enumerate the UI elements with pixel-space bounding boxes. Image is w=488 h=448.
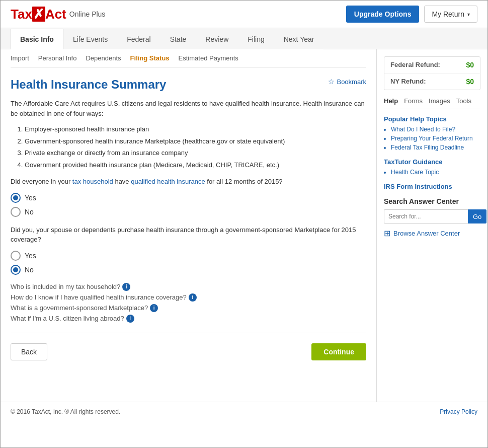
logo: Tax✗Act Online Plus <box>11 7 105 22</box>
footer: © 2016 TaxAct, Inc. ® All rights reserve… <box>1 402 487 421</box>
sidebar: Federal Refund: $0 NY Refund: $0 Help Fo… <box>377 49 487 402</box>
q2-no-radio[interactable] <box>11 265 21 275</box>
help-tab-forms[interactable]: Forms <box>404 97 423 105</box>
q1-yes-label: Yes <box>25 194 36 202</box>
faq-label-3: What is a government-sponsored Marketpla… <box>11 304 148 312</box>
ny-refund-row: NY Refund: $0 <box>384 73 480 90</box>
ny-refund-value: $0 <box>466 78 474 86</box>
taxtutor-list: Health Care Topic <box>391 169 480 176</box>
tab-federal[interactable]: Federal <box>117 29 160 49</box>
taxtutor-title: TaxTutor Guidance <box>384 158 480 166</box>
divider <box>11 333 366 333</box>
ways-list: Employer-sponsored health insurance plan… <box>25 124 366 170</box>
q1-radio-group: Yes No <box>11 193 366 217</box>
help-tab-images[interactable]: Images <box>429 97 450 105</box>
refund-box: Federal Refund: $0 NY Refund: $0 <box>384 56 480 90</box>
federal-refund-value: $0 <box>466 61 474 69</box>
list-item: Employer-sponsored health insurance plan <box>25 124 366 134</box>
my-return-button[interactable]: My Return ▾ <box>424 6 477 23</box>
tab-review[interactable]: Review <box>196 29 238 49</box>
subnav-filing-status[interactable]: Filing Status <box>130 54 170 62</box>
logo-x: ✗ <box>32 7 45 22</box>
q2-radio-group: Yes No <box>11 251 366 275</box>
federal-refund-row: Federal Refund: $0 <box>384 57 480 73</box>
logo-online: Online Plus <box>69 10 106 18</box>
question1: Did everyone in your tax household have … <box>11 177 366 187</box>
chevron-down-icon: ▾ <box>467 12 470 17</box>
search-row: Go <box>384 209 480 223</box>
qualified-insurance-link[interactable]: qualified health insurance <box>131 178 205 185</box>
taxtutor-link-1[interactable]: Health Care Topic <box>391 169 480 176</box>
popular-link-3[interactable]: Federal Tax Filing Deadline <box>391 144 480 151</box>
subnav-import[interactable]: Import <box>11 54 29 62</box>
privacy-policy-link[interactable]: Privacy Policy <box>440 408 477 415</box>
tab-next-year[interactable]: Next Year <box>274 29 324 49</box>
tab-filing[interactable]: Filing <box>238 29 274 49</box>
faq-link-1[interactable]: Who is included in my tax household? i <box>11 283 366 291</box>
question1-before: Did everyone in your <box>11 178 72 185</box>
q2-yes-label: Yes <box>25 252 36 260</box>
main-panel: Import Personal Info Dependents Filing S… <box>1 49 377 402</box>
faq-label-1: Who is included in my tax household? <box>11 283 120 290</box>
info-icon-4[interactable]: i <box>126 315 134 323</box>
search-go-button[interactable]: Go <box>468 209 486 223</box>
back-button[interactable]: Back <box>11 343 47 360</box>
continue-button[interactable]: Continue <box>311 343 366 360</box>
faq-link-2[interactable]: How do I know if I have qualified health… <box>11 293 366 302</box>
question2: Did you, your spouse or dependents purch… <box>11 225 366 245</box>
question1-after: for all 12 months of 2015? <box>205 178 283 185</box>
header: Tax✗Act Online Plus Upgrade Options My R… <box>1 1 487 28</box>
irs-section: IRS Form Instructions <box>384 183 480 190</box>
tab-life-events[interactable]: Life Events <box>63 29 117 49</box>
popular-help-section: Popular Help Topics What Do I Need to Fi… <box>384 115 480 151</box>
q2-yes-radio[interactable] <box>11 251 21 261</box>
faq-link-4[interactable]: What if I'm a U.S. citizen living abroad… <box>11 315 366 323</box>
upgrade-options-button[interactable]: Upgrade Options <box>346 6 420 23</box>
header-buttons: Upgrade Options My Return ▾ <box>346 6 477 23</box>
faq-label-4: What if I'm a U.S. citizen living abroad… <box>11 315 124 322</box>
info-icon-1[interactable]: i <box>122 283 130 291</box>
federal-refund-label: Federal Refund: <box>390 61 440 69</box>
question1-mid: have <box>113 178 131 185</box>
q1-yes-option[interactable]: Yes <box>11 193 366 203</box>
q2-no-option[interactable]: No <box>11 265 366 275</box>
list-item: Government-sponsored health insurance Ma… <box>25 136 366 146</box>
star-icon: ☆ <box>328 78 335 86</box>
popular-link-1[interactable]: What Do I Need to File? <box>391 126 480 133</box>
browse-label: Browse Answer Center <box>393 230 460 237</box>
bookmark-label: Bookmark <box>337 78 366 86</box>
list-item: Government provided health insurance pla… <box>25 160 366 170</box>
help-tabs: Help Forms Images Tools <box>384 97 480 109</box>
popular-help-title: Popular Help Topics <box>384 115 480 123</box>
bookmark-button[interactable]: ☆ Bookmark <box>328 78 366 86</box>
my-return-label: My Return <box>432 10 464 18</box>
ny-refund-label: NY Refund: <box>390 78 426 86</box>
search-answer-section: Search Answer Center Go <box>384 197 480 223</box>
faq-link-3[interactable]: What is a government-sponsored Marketpla… <box>11 304 366 312</box>
help-tab-tools[interactable]: Tools <box>456 97 471 105</box>
faq-label-2: How do I know if I have qualified health… <box>11 293 187 301</box>
info-icon-2[interactable]: i <box>189 293 197 302</box>
tax-household-link[interactable]: tax household <box>72 178 113 185</box>
info-icon-3[interactable]: i <box>150 304 158 312</box>
browse-answer-center[interactable]: ⊞ Browse Answer Center <box>384 229 480 238</box>
q1-no-option[interactable]: No <box>11 207 366 217</box>
q2-yes-option[interactable]: Yes <box>11 251 366 261</box>
subnav-dependents[interactable]: Dependents <box>86 54 121 62</box>
tab-basic-info[interactable]: Basic Info <box>11 29 63 49</box>
q1-no-label: No <box>25 208 34 216</box>
search-input[interactable] <box>384 209 468 223</box>
logo-tax: Tax✗Act <box>11 7 66 22</box>
sub-nav: Import Personal Info Dependents Filing S… <box>11 49 366 67</box>
title-row: Health Insurance Summary ☆ Bookmark <box>11 78 366 99</box>
taxtutor-section: TaxTutor Guidance Health Care Topic <box>384 158 480 176</box>
tab-state[interactable]: State <box>160 29 196 49</box>
help-tab-help[interactable]: Help <box>384 97 398 105</box>
content-area: Import Personal Info Dependents Filing S… <box>1 49 487 402</box>
subnav-personal-info[interactable]: Personal Info <box>38 54 77 62</box>
popular-link-2[interactable]: Preparing Your Federal Return <box>391 135 480 142</box>
q1-no-radio[interactable] <box>11 207 21 217</box>
q1-yes-radio[interactable] <box>11 193 21 203</box>
subnav-estimated-payments[interactable]: Estimated Payments <box>179 54 238 62</box>
popular-help-list: What Do I Need to File? Preparing Your F… <box>391 126 480 151</box>
